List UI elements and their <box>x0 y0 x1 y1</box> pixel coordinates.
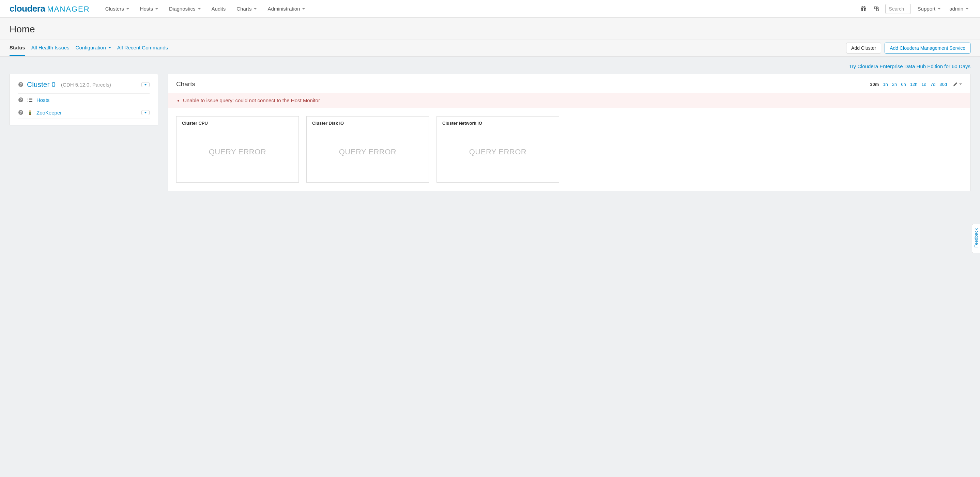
cluster-meta: (CDH 5.12.0, Parcels) <box>61 82 111 87</box>
tab-status[interactable]: Status <box>10 40 25 56</box>
svg-rect-12 <box>29 98 32 99</box>
tab-configuration[interactable]: Configuration <box>76 40 111 56</box>
chart-card-cpu: Cluster CPU QUERY ERROR <box>176 116 299 183</box>
nav-support-label: Support <box>918 6 936 11</box>
query-error-text: QUERY ERROR <box>339 148 397 156</box>
nav-support[interactable]: Support <box>916 3 943 14</box>
caret-down-icon <box>126 8 129 10</box>
navbar-right: Support admin <box>859 3 970 14</box>
tab-recent-commands[interactable]: All Recent Commands <box>117 40 168 56</box>
nav-administration-label: Administration <box>267 6 300 11</box>
charts-grid: Cluster CPU QUERY ERROR Cluster Disk IO … <box>168 108 970 191</box>
nav-administration[interactable]: Administration <box>262 3 310 14</box>
zookeeper-link[interactable]: ZooKeeper <box>37 110 62 116</box>
svg-text:?: ? <box>20 110 22 114</box>
svg-rect-15 <box>28 101 28 102</box>
time-2h[interactable]: 2h <box>892 82 897 87</box>
nav-audits-label: Audits <box>212 6 226 11</box>
svg-text:?: ? <box>20 83 22 87</box>
cluster-name-link[interactable]: Cluster 0 <box>27 80 56 89</box>
gift-icon[interactable] <box>859 5 867 13</box>
nav-user[interactable]: admin <box>947 3 970 14</box>
trial-banner: Try Cloudera Enterprise Data Hub Edition… <box>10 57 970 74</box>
brand-cloudera-text: cloudera <box>10 3 45 14</box>
nav-diagnostics[interactable]: Diagnostics <box>164 3 206 14</box>
help-icon[interactable]: ? <box>18 110 24 115</box>
add-management-service-button[interactable]: Add Cloudera Management Service <box>885 43 970 54</box>
tab-health-issues[interactable]: All Health Issues <box>31 40 70 56</box>
add-cluster-button[interactable]: Add Cluster <box>846 43 881 54</box>
svg-point-4 <box>864 6 865 8</box>
primary-nav: Clusters Hosts Diagnostics Audits Charts… <box>100 3 310 14</box>
time-30m[interactable]: 30m <box>870 82 879 87</box>
caret-down-icon <box>155 8 158 10</box>
charts-title: Charts <box>176 80 195 88</box>
time-6h[interactable]: 6h <box>901 82 906 87</box>
feedback-tab[interactable]: Feedback <box>972 224 980 253</box>
svg-rect-20 <box>29 112 31 114</box>
time-7d[interactable]: 7d <box>931 82 935 87</box>
caret-down-icon <box>959 83 962 85</box>
search-input[interactable] <box>885 4 911 14</box>
hosts-link[interactable]: Hosts <box>37 97 49 103</box>
service-list: ? Hosts ? ZooKeeper <box>18 93 150 119</box>
help-icon[interactable]: ? <box>18 97 24 103</box>
feedback-label: Feedback <box>974 228 978 248</box>
top-navbar: cloudera MANAGER Clusters Hosts Diagnost… <box>0 0 980 18</box>
chart-card-disk-io: Cluster Disk IO QUERY ERROR <box>306 116 429 183</box>
time-30d[interactable]: 30d <box>939 82 947 87</box>
charts-header: Charts 30m 1h 2h 6h 12h 1d 7d 30d <box>168 74 970 93</box>
nav-diagnostics-label: Diagnostics <box>169 6 196 11</box>
nav-charts[interactable]: Charts <box>231 3 262 14</box>
svg-rect-13 <box>28 100 28 100</box>
cluster-actions-dropdown[interactable] <box>142 82 150 87</box>
caret-down-icon <box>144 112 147 113</box>
page-title: Home <box>10 24 970 35</box>
caret-down-icon <box>108 47 111 48</box>
query-error-text: QUERY ERROR <box>209 148 266 156</box>
chart-body: QUERY ERROR <box>182 126 293 178</box>
nav-clusters-label: Clusters <box>105 6 124 11</box>
caret-down-icon <box>254 8 256 10</box>
tab-status-label: Status <box>10 45 25 51</box>
trial-link[interactable]: Try Cloudera Enterprise Data Hub Edition… <box>849 64 970 69</box>
svg-rect-21 <box>29 114 30 115</box>
time-12h[interactable]: 12h <box>910 82 918 87</box>
chart-card-network-io: Cluster Network IO QUERY ERROR <box>436 116 559 183</box>
nav-audits[interactable]: Audits <box>207 3 231 14</box>
service-row-zookeeper: ? ZooKeeper <box>18 106 150 119</box>
svg-rect-22 <box>30 114 31 115</box>
zookeeper-actions-dropdown[interactable] <box>142 110 150 115</box>
content-area: Try Cloudera Enterprise Data Hub Edition… <box>0 57 980 477</box>
time-1h[interactable]: 1h <box>883 82 888 87</box>
brand-manager-text: MANAGER <box>47 5 90 14</box>
hosts-list-icon <box>27 97 33 103</box>
error-message: Unable to issue query: could not connect… <box>183 97 962 103</box>
nav-hosts[interactable]: Hosts <box>135 3 163 14</box>
pencil-icon <box>953 82 958 87</box>
chart-title: Cluster CPU <box>182 121 293 126</box>
svg-rect-11 <box>28 98 28 99</box>
tab-recent-commands-label: All Recent Commands <box>117 45 168 51</box>
tab-health-issues-label: All Health Issues <box>31 45 70 51</box>
parcels-icon[interactable] <box>872 5 880 13</box>
tabs-bar: Status All Health Issues Configuration A… <box>0 40 980 57</box>
caret-down-icon <box>144 84 147 86</box>
zookeeper-icon <box>27 110 33 116</box>
chart-body: QUERY ERROR <box>442 126 554 178</box>
time-1d[interactable]: 1d <box>921 82 926 87</box>
cluster-header: ? Cluster 0 (CDH 5.12.0, Parcels) <box>18 80 150 89</box>
svg-rect-2 <box>863 8 864 11</box>
time-range-selector: 30m 1h 2h 6h 12h 1d 7d 30d <box>870 82 962 87</box>
svg-text:?: ? <box>20 98 22 102</box>
edit-charts-dropdown[interactable] <box>953 82 962 87</box>
tabs-actions: Add Cluster Add Cloudera Management Serv… <box>846 40 970 56</box>
page-header: Home <box>0 18 980 40</box>
nav-clusters[interactable]: Clusters <box>100 3 134 14</box>
help-icon[interactable]: ? <box>18 82 24 87</box>
charts-panel: Charts 30m 1h 2h 6h 12h 1d 7d 30d <box>168 74 970 191</box>
brand-logo[interactable]: cloudera MANAGER <box>10 3 90 14</box>
caret-down-icon <box>302 8 305 10</box>
chart-body: QUERY ERROR <box>312 126 423 178</box>
nav-charts-label: Charts <box>237 6 251 11</box>
